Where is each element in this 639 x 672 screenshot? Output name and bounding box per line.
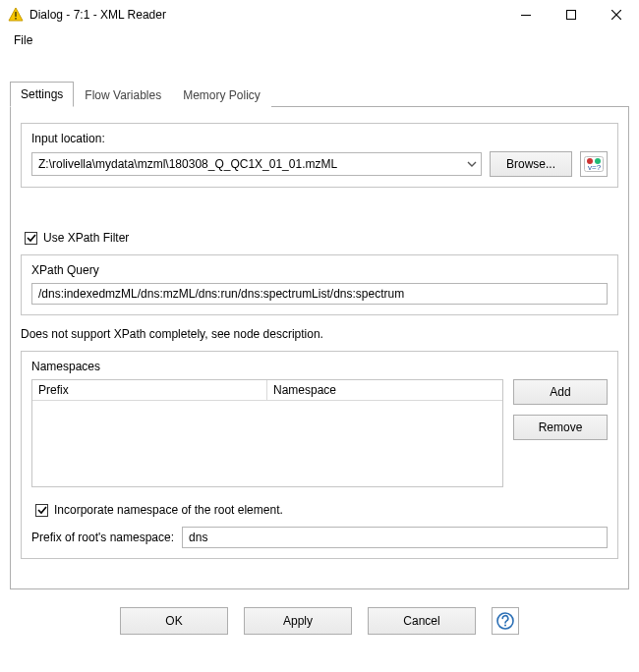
app-warning-icon	[8, 7, 24, 23]
maximize-icon	[566, 10, 576, 20]
col-prefix[interactable]: Prefix	[32, 380, 267, 401]
minimize-icon	[521, 10, 531, 20]
svg-rect-2	[15, 18, 17, 20]
checkbox-checked-icon	[35, 504, 48, 517]
close-icon	[611, 10, 621, 20]
input-location-field[interactable]	[32, 153, 463, 175]
xpath-query-label: XPath Query	[28, 263, 103, 277]
use-xpath-filter-label: Use XPath Filter	[43, 231, 129, 245]
apply-button[interactable]: Apply	[244, 607, 352, 635]
input-location-combo[interactable]	[31, 152, 482, 176]
maximize-button[interactable]	[549, 0, 594, 29]
root-prefix-input[interactable]	[182, 527, 608, 548]
tab-strip: Settings Flow Variables Memory Policy	[10, 81, 629, 106]
tab-panel-settings: Input location: Browse... v=?	[10, 106, 629, 589]
chevron-down-icon[interactable]	[463, 153, 481, 175]
svg-point-12	[504, 625, 506, 627]
menu-file[interactable]: File	[10, 31, 36, 49]
section-namespaces: Namespaces Prefix Namespace Add Remove	[21, 351, 618, 559]
remove-button[interactable]: Remove	[513, 415, 608, 440]
use-xpath-filter-checkbox[interactable]: Use XPath Filter	[25, 231, 618, 245]
col-namespace[interactable]: Namespace	[267, 380, 502, 401]
section-xpath-query: XPath Query	[21, 254, 618, 315]
svg-text:v=?: v=?	[588, 163, 602, 172]
input-location-label: Input location:	[28, 132, 109, 145]
xpath-query-input[interactable]	[31, 283, 608, 305]
help-icon	[496, 612, 514, 630]
svg-rect-4	[567, 11, 576, 20]
incorporate-namespace-label: Incorporate namespace of the root elemen…	[54, 503, 283, 517]
incorporate-namespace-checkbox[interactable]: Incorporate namespace of the root elemen…	[35, 503, 608, 517]
section-input-location: Input location: Browse... v=?	[21, 123, 618, 188]
xpath-hint: Does not support XPath completely, see n…	[21, 327, 618, 341]
checkbox-checked-icon	[25, 232, 37, 245]
titlebar: Dialog - 7:1 - XML Reader	[0, 0, 639, 29]
tab-flow-variables[interactable]: Flow Variables	[74, 83, 172, 107]
tab-memory-policy[interactable]: Memory Policy	[172, 83, 271, 107]
window-title: Dialog - 7:1 - XML Reader	[29, 8, 166, 22]
table-header: Prefix Namespace	[32, 380, 502, 401]
tab-settings[interactable]: Settings	[10, 82, 74, 107]
browse-button[interactable]: Browse...	[490, 151, 572, 177]
help-button[interactable]	[492, 607, 519, 635]
flow-variable-icon: v=?	[584, 156, 604, 172]
add-button[interactable]: Add	[513, 379, 608, 405]
menubar: File	[0, 29, 639, 55]
dialog-button-bar: OK Apply Cancel	[10, 589, 629, 648]
root-prefix-label: Prefix of root's namespace:	[31, 531, 174, 544]
close-button[interactable]	[594, 0, 639, 29]
svg-rect-1	[15, 12, 17, 17]
minimize-button[interactable]	[503, 0, 549, 29]
ok-button[interactable]: OK	[120, 607, 228, 635]
cancel-button[interactable]: Cancel	[368, 607, 476, 635]
namespaces-table[interactable]: Prefix Namespace	[31, 379, 503, 487]
flow-variable-button[interactable]: v=?	[580, 151, 608, 177]
svg-rect-3	[521, 15, 531, 16]
namespaces-label: Namespaces	[28, 360, 104, 373]
